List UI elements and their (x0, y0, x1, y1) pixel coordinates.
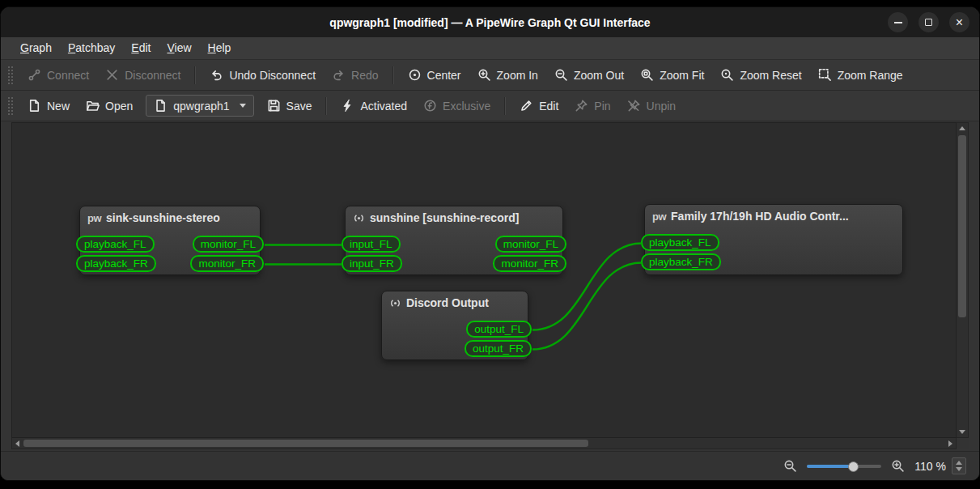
pipewire-icon: pw (87, 212, 101, 224)
port-monitor_FL[interactable]: monitor_FL (495, 236, 566, 253)
zoom-reset-button[interactable]: Zoom Reset (713, 63, 808, 87)
patchbay-toolbar-items: NewOpenqpwgraph1SaveActivatedExclusiveEd… (20, 94, 683, 117)
zoom-in-icon (477, 68, 491, 82)
menu-edit[interactable]: Edit (123, 37, 159, 59)
edit-button[interactable]: Edit (512, 94, 566, 117)
port-monitor_FR[interactable]: monitor_FR (493, 255, 566, 272)
connect-button[interactable]: Connect (20, 63, 96, 87)
minimize-button[interactable] (888, 12, 908, 32)
zoom-value: 110 % (914, 460, 946, 473)
new-button[interactable]: New (20, 94, 77, 117)
disconnect-button[interactable]: Disconnect (98, 63, 188, 87)
zoom-spinbox[interactable]: 110 % (914, 457, 966, 474)
zoom-range-button[interactable]: Zoom Range (811, 63, 910, 87)
arrow-down-icon (959, 430, 965, 434)
new-label: New (47, 100, 70, 113)
port-playback_FL[interactable]: playback_FL (641, 234, 719, 251)
activated-button[interactable]: Activated (333, 94, 414, 117)
node-header[interactable]: pwsink-sunshine-stereo (80, 206, 260, 229)
pin-button[interactable]: Pin (567, 94, 617, 117)
zoom-out-icon (554, 68, 568, 82)
toolbar-separator (194, 66, 196, 84)
spin-up-button[interactable] (956, 461, 962, 465)
menu-view[interactable]: View (159, 37, 199, 59)
horizontal-scrollbar[interactable] (11, 438, 957, 449)
redo-button[interactable]: Redo (325, 63, 385, 87)
vertical-scrollbar[interactable] (957, 122, 969, 438)
zoom-out-label: Zoom Out (574, 69, 624, 82)
zoom-out-icon[interactable] (783, 459, 797, 473)
open-button[interactable]: Open (78, 94, 140, 117)
center-button[interactable]: Center (401, 63, 469, 87)
toolbar-separator (325, 97, 327, 115)
scroll-left-button[interactable] (12, 438, 23, 449)
vertical-scroll-thumb[interactable] (958, 135, 966, 317)
save-button[interactable]: Save (260, 94, 320, 117)
undo-disconnect-button[interactable]: Undo Disconnect (202, 63, 323, 87)
node-title: sunshine [sunshine-record] (370, 211, 519, 224)
graph-wire[interactable] (532, 263, 642, 350)
close-button[interactable]: × (949, 12, 969, 32)
zoom-in-label: Zoom In (497, 69, 538, 82)
horizontal-scroll-thumb[interactable] (23, 440, 588, 447)
activated-label: Activated (360, 100, 407, 113)
zoom-fit-button[interactable]: Zoom Fit (633, 63, 711, 87)
node-title: Discord Output (406, 296, 489, 309)
titlebar[interactable]: qpwgraph1 [modified] — A PipeWire Graph … (1, 7, 979, 37)
patchbay-toolbar: NewOpenqpwgraph1SaveActivatedExclusiveEd… (1, 91, 979, 121)
port-output_FL[interactable]: output_FL (466, 321, 532, 338)
save-icon (267, 99, 281, 113)
toolbar-handle[interactable] (8, 66, 13, 84)
graph-node-sunshine[interactable]: sunshine [sunshine-record]input_FLinput_… (345, 206, 563, 275)
toolbar-separator (392, 66, 394, 84)
port-monitor_FR[interactable]: monitor_FR (190, 255, 264, 272)
zoom-in-icon[interactable] (891, 459, 905, 473)
maximize-icon (925, 19, 932, 26)
spin-down-button[interactable] (956, 467, 962, 471)
connect-label: Connect (47, 69, 89, 82)
patchbay-select-combo[interactable]: qpwgraph1 (146, 95, 253, 117)
unpin-icon (627, 99, 641, 113)
graph-node-family[interactable]: pwFamily 17h/19h HD Audio Contr...playba… (644, 204, 903, 275)
port-input_FR[interactable]: input_FR (342, 255, 402, 272)
patchbay-select-label: qpwgraph1 (173, 100, 229, 113)
menu-patchbay[interactable]: Patchbay (60, 37, 123, 59)
unpin-button[interactable]: Unpin (620, 94, 684, 117)
dropdown-caret-icon (240, 104, 246, 108)
scroll-down-button[interactable] (957, 427, 968, 437)
window-title: qpwgraph1 [modified] — A PipeWire Graph … (329, 16, 650, 29)
port-playback_FR[interactable]: playback_FR (641, 253, 721, 270)
menu-help[interactable]: Help (200, 37, 240, 59)
port-output_FR[interactable]: output_FR (465, 340, 532, 357)
zoom-slider-handle[interactable] (848, 461, 859, 472)
zoom-reset-label: Zoom Reset (740, 69, 801, 82)
graph-node-sink[interactable]: pwsink-sunshine-stereoplayback_FLplaybac… (79, 206, 261, 275)
exclusive-label: Exclusive (443, 100, 490, 113)
node-header[interactable]: Discord Output (382, 291, 528, 314)
graph-canvas[interactable]: pwsink-sunshine-stereoplayback_FLplaybac… (11, 122, 957, 438)
undo-disconnect-label: Undo Disconnect (229, 69, 316, 82)
node-header[interactable]: sunshine [sunshine-record] (346, 206, 562, 229)
graph-node-discord[interactable]: Discord Outputoutput_FLoutput_FR (381, 291, 528, 360)
scroll-up-button[interactable] (957, 123, 968, 134)
zoom-in-button[interactable]: Zoom In (470, 63, 545, 87)
audio-icon (353, 212, 365, 224)
graph-toolbar: ConnectDisconnectUndo DisconnectRedoCent… (1, 60, 979, 91)
port-monitor_FL[interactable]: monitor_FL (193, 236, 264, 253)
maximize-button[interactable] (918, 12, 939, 32)
port-playback_FR[interactable]: playback_FR (76, 255, 156, 272)
menubar: GraphPatchbayEditViewHelp (1, 37, 979, 60)
menu-graph[interactable]: Graph (12, 37, 60, 59)
scroll-right-button[interactable] (945, 438, 956, 449)
port-playback_FL[interactable]: playback_FL (76, 236, 155, 253)
zoom-fit-icon (640, 68, 654, 82)
port-input_FL[interactable]: input_FL (342, 236, 401, 253)
zoom-slider[interactable] (807, 460, 881, 473)
toolbar-handle[interactable] (8, 97, 13, 115)
zoom-out-button[interactable]: Zoom Out (547, 63, 631, 87)
exclusive-button[interactable]: Exclusive (416, 94, 498, 117)
pin-icon (575, 99, 588, 113)
node-header[interactable]: pwFamily 17h/19h HD Audio Contr... (645, 205, 902, 227)
edit-label: Edit (539, 100, 558, 113)
disconnect-label: Disconnect (125, 69, 180, 82)
